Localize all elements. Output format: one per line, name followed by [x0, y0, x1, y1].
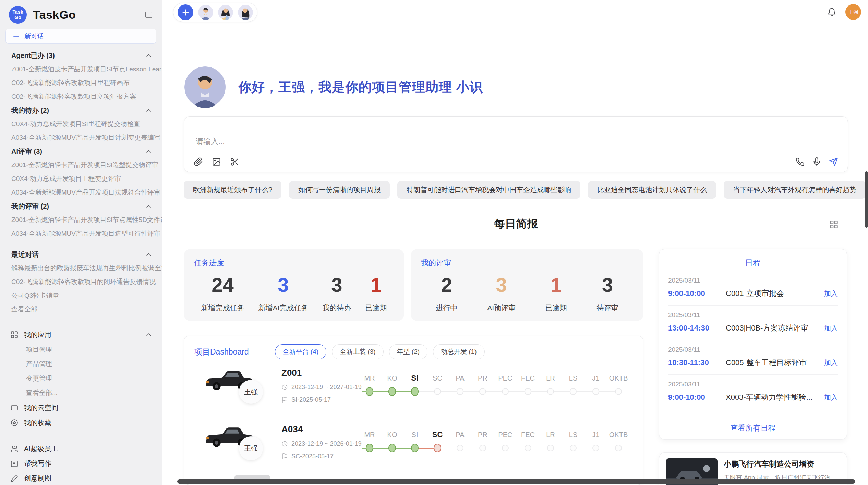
write-icon: [10, 460, 19, 468]
chevron-up-icon[interactable]: [145, 250, 153, 259]
sidebar-app-project-mgmt[interactable]: 项目管理: [0, 343, 162, 357]
milestone-track: MR KO SI SC PA PR PEC FEC LR LS J1 OKTB: [362, 374, 634, 411]
tab-new-body[interactable]: 全新上装 (3): [332, 344, 384, 359]
avatar[interactable]: [218, 5, 233, 20]
composer-toolbar: [194, 157, 838, 166]
image-icon[interactable]: [212, 157, 221, 166]
main-area: 王强 你好，王强，我是你的项目管理助理 小识: [162, 0, 868, 485]
project-row[interactable]: 王强 A034 2023-12-19 ~ 2026-01-19 SC-2025-…: [184, 416, 643, 473]
chevron-up-icon[interactable]: [145, 331, 153, 339]
sidebar-item-ai-super-staff[interactable]: AI超级员工: [0, 442, 162, 456]
task-progress-title: 任务进度: [194, 258, 394, 268]
section-my-apps[interactable]: 我的应用: [0, 327, 162, 343]
avatar[interactable]: [198, 5, 213, 20]
star-circle-icon: [10, 419, 19, 427]
sidebar-item-cloud-space[interactable]: 我的云空间: [0, 400, 162, 415]
chevron-up-icon[interactable]: [145, 202, 153, 210]
project-owner-badge: 王强: [239, 380, 263, 404]
chat-composer: [184, 116, 848, 172]
sidebar-item[interactable]: A034-全新新能源MUV产品开发项目法规符合性评审: [0, 186, 162, 199]
sidebar-app-product-mgmt[interactable]: 产品管理: [0, 357, 162, 371]
milestone-dot: [525, 388, 531, 395]
schedule-time: 9:00-10:00: [668, 289, 726, 298]
view-all-schedule-link[interactable]: 查看所有日程: [668, 418, 838, 433]
vertical-scrollbar[interactable]: [865, 171, 868, 228]
sidebar-item[interactable]: A034-全新新能源MUV产品开发项目计划变更表编写: [0, 131, 162, 145]
apps-view-all[interactable]: 查看全部...: [0, 386, 162, 400]
join-link[interactable]: 加入: [824, 358, 838, 368]
notification-bell-icon[interactable]: [827, 8, 836, 17]
milestone-dot-overdue: [434, 444, 441, 452]
tab-year-model[interactable]: 年型 (2): [389, 344, 428, 359]
divider: [0, 244, 162, 244]
milestone-dot: [457, 388, 463, 395]
schedule-name: C005-整车工程目标评审: [726, 358, 820, 368]
recent-chat-item[interactable]: 解释最新出台的欧盟报废车法规再生塑料比例被调至15%...: [0, 261, 162, 275]
microphone-icon[interactable]: [812, 157, 821, 166]
chevron-up-icon[interactable]: [145, 106, 153, 114]
phone-icon[interactable]: [795, 157, 805, 166]
sidebar-item[interactable]: Z001-全新燃油轻卡产品开发项目SI节点属性5D文件评审: [0, 213, 162, 227]
suggestion-chip[interactable]: 欧洲新规最近颁布了什么?: [184, 181, 281, 199]
logo-text-top: Task: [13, 9, 23, 15]
section-my-todo[interactable]: 我的待办 (2): [0, 103, 162, 117]
schedule-entry: 2025/03/11 9:00-10:00 C001-立项审批会 加入: [668, 271, 838, 306]
add-agent-button[interactable]: [178, 4, 193, 20]
sidebar-item[interactable]: Z001-全新燃油皮卡产品开发项目SI节点Lesson Learn报告: [0, 62, 162, 76]
suggestion-chip[interactable]: 当下年轻人对汽车外观有怎样的喜好趋势: [724, 181, 866, 199]
horizontal-scrollbar[interactable]: [177, 479, 855, 484]
composer-left-icons: [194, 157, 239, 166]
recent-chat-item[interactable]: C02-飞腾新能源轻客改款项目的闭环通告反馈情况: [0, 275, 162, 289]
recent-view-all[interactable]: 查看全部...: [0, 302, 162, 316]
suggestion-chip[interactable]: 比亚迪全固态电池计划具体说了什么: [588, 181, 716, 199]
section-ai-review[interactable]: AI评审 (3): [0, 145, 162, 158]
join-link[interactable]: 加入: [824, 393, 838, 402]
section-my-review[interactable]: 我的评审 (2): [0, 199, 162, 213]
milestone-dot: [388, 444, 396, 452]
stat-new-done: 24 新增完成任务: [201, 273, 244, 313]
tab-new-platform[interactable]: 全新平台 (4): [275, 344, 327, 359]
avatar[interactable]: [238, 5, 253, 20]
stat-overdue: 1 已逾期: [365, 273, 387, 313]
sidebar-item[interactable]: C0X4-动力总成开发项目SI里程碑提交物检查: [0, 117, 162, 131]
project-date-range: 2023-12-19 ~ 2026-01-19: [291, 440, 362, 447]
chevron-up-icon[interactable]: [145, 51, 153, 60]
schedule-date: 2025/03/11: [668, 346, 838, 353]
schedule-time: 10:30-11:30: [668, 358, 726, 367]
join-link[interactable]: 加入: [824, 324, 838, 333]
send-icon[interactable]: [829, 157, 838, 166]
milestone-dot: [547, 388, 554, 395]
section-recent-chats[interactable]: 最近对话: [0, 248, 162, 261]
greeting-text: 你好，王强，我是你的项目管理助理 小识: [238, 78, 483, 96]
sidebar-item[interactable]: C0X4-动力总成开发项目工程变更评审: [0, 172, 162, 186]
sidebar-app-change-mgmt[interactable]: 变更管理: [0, 371, 162, 386]
sidebar-item[interactable]: Z001-全新燃油轻卡产品开发项目SI造型提交物评审: [0, 158, 162, 172]
sidebar-item-favorites[interactable]: 我的收藏: [0, 415, 162, 430]
suggestion-chip[interactable]: 特朗普可能对进口汽车增税会对中国车企造成哪些影响: [397, 181, 580, 199]
taskgo-logo: Task Go: [9, 6, 27, 24]
sidebar-item[interactable]: C02-飞腾新能源轻客改款项目里程碑画布: [0, 76, 162, 90]
milestone-dot-current: [411, 387, 419, 396]
layout-grid-icon[interactable]: [829, 220, 839, 229]
tab-powertrain[interactable]: 动总开发 (1): [433, 344, 485, 359]
sidebar-item[interactable]: A034-全新新能源MUV产品开发项目造型可行性评审: [0, 227, 162, 240]
attachment-icon[interactable]: [194, 157, 203, 166]
project-milestone-date: SC-2025-05-17: [291, 453, 334, 460]
user-avatar[interactable]: 王强: [845, 4, 861, 20]
project-row[interactable]: 王强 Z001 2023-12-19 ~ 2027-01-19 SI-2025-…: [184, 360, 643, 416]
sidebar-item-creative-draw[interactable]: 创意制图: [0, 471, 162, 485]
milestone-track: MR KO SI SC PA PR PEC FEC LR LS J1 OKTB: [362, 430, 634, 468]
sidebar-item-help-write[interactable]: 帮我写作: [0, 456, 162, 471]
recent-chat-item[interactable]: 公司Q3轻卡销量: [0, 289, 162, 302]
schedule-time: 9:00-10:00: [668, 393, 726, 402]
schedule-time: 13:00-14:30: [668, 324, 726, 333]
section-agent-done[interactable]: Agent已办 (3): [0, 49, 162, 62]
sidebar-item[interactable]: C02-飞腾新能源轻客改款项目立项汇报方案: [0, 90, 162, 103]
join-link[interactable]: 加入: [824, 289, 838, 298]
sidebar-collapse-icon[interactable]: [145, 11, 153, 19]
new-chat-button[interactable]: 新对话: [5, 29, 156, 44]
chat-input[interactable]: [194, 126, 838, 157]
suggestion-chip[interactable]: 如何写一份清晰的项目周报: [289, 181, 390, 199]
chevron-up-icon[interactable]: [145, 147, 153, 156]
scissors-icon[interactable]: [230, 157, 239, 166]
